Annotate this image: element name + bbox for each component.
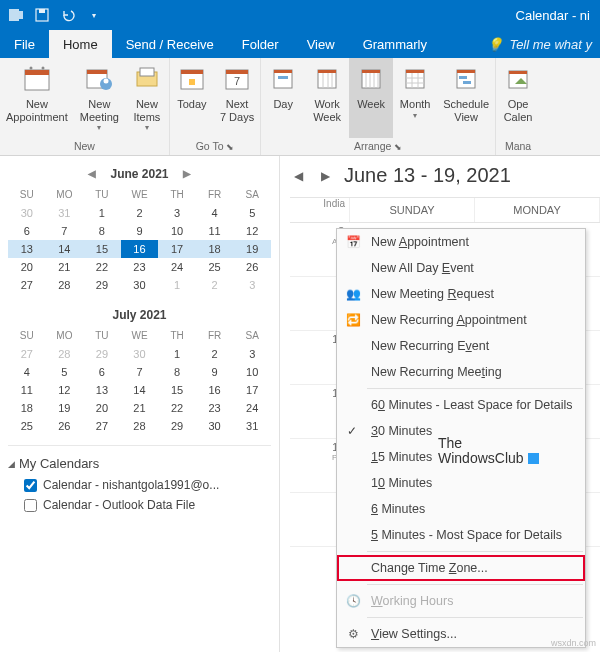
calendar-day[interactable]: 20 — [8, 258, 46, 276]
calendar-day[interactable]: 28 — [46, 276, 84, 294]
calendar-day[interactable]: 10 — [158, 222, 196, 240]
calendar-day[interactable]: 19 — [233, 240, 271, 258]
new-items-button[interactable]: New Items▾ — [125, 58, 169, 138]
calendar-day[interactable]: 16 — [121, 240, 159, 258]
calendar-day[interactable]: 8 — [158, 363, 196, 381]
calendar-day[interactable]: 14 — [46, 240, 84, 258]
work-week-button[interactable]: Work Week — [305, 58, 349, 138]
calendar-day[interactable]: 3 — [233, 276, 271, 294]
calendar-day[interactable]: 17 — [158, 240, 196, 258]
calendar-day[interactable]: 1 — [158, 276, 196, 294]
schedule-view-button[interactable]: Schedule View — [437, 58, 495, 138]
calendar-day[interactable]: 15 — [83, 240, 121, 258]
calendar-day[interactable]: 31 — [46, 204, 84, 222]
calendar-day[interactable]: 28 — [46, 345, 84, 363]
context-menu-item[interactable]: New Recurring Event — [337, 333, 585, 359]
calendar-day[interactable]: 21 — [121, 399, 159, 417]
calendar-day[interactable]: 4 — [196, 204, 234, 222]
day-button[interactable]: Day — [261, 58, 305, 138]
calendar-day[interactable]: 22 — [158, 399, 196, 417]
calendar-day[interactable]: 23 — [121, 258, 159, 276]
menu-folder[interactable]: Folder — [228, 30, 293, 58]
calendar-day[interactable]: 6 — [8, 222, 46, 240]
calendar-day[interactable]: 30 — [196, 417, 234, 435]
calendar-day[interactable]: 6 — [83, 363, 121, 381]
calendar-checkbox[interactable] — [24, 479, 37, 492]
calendar-day[interactable]: 4 — [8, 363, 46, 381]
calendar-day[interactable]: 15 — [158, 381, 196, 399]
calendar-day[interactable]: 24 — [158, 258, 196, 276]
month-button[interactable]: Month▾ — [393, 58, 437, 138]
tell-me[interactable]: 💡 Tell me what y — [487, 30, 600, 58]
context-menu-item[interactable]: 5 Minutes - Most Space for Details — [337, 522, 585, 548]
calendar-checkbox[interactable] — [24, 499, 37, 512]
context-menu-item[interactable]: 👥New Meeting Request — [337, 281, 585, 307]
calendar-day[interactable]: 13 — [8, 240, 46, 258]
calendar-day[interactable]: 3 — [233, 345, 271, 363]
calendar-day[interactable]: 16 — [196, 381, 234, 399]
my-calendars-header[interactable]: ◢ My Calendars — [8, 452, 271, 475]
calendar-day[interactable]: 31 — [233, 417, 271, 435]
calendar-day[interactable]: 3 — [158, 204, 196, 222]
calendar-day[interactable]: 12 — [46, 381, 84, 399]
next-month-arrow[interactable]: ▶ — [177, 166, 197, 181]
calendar-day[interactable]: 11 — [196, 222, 234, 240]
calendar-day[interactable]: 30 — [121, 276, 159, 294]
today-button[interactable]: Today — [170, 58, 214, 138]
calendar-day[interactable]: 2 — [121, 204, 159, 222]
context-menu-item[interactable]: Change Time Zone... — [337, 555, 585, 581]
calendar-day[interactable]: 17 — [233, 381, 271, 399]
calendar-day[interactable]: 10 — [233, 363, 271, 381]
new-appointment-button[interactable]: New Appointment — [0, 58, 74, 138]
calendar-day[interactable]: 1 — [83, 204, 121, 222]
calendar-day[interactable]: 21 — [46, 258, 84, 276]
calendar-day[interactable]: 24 — [233, 399, 271, 417]
calendar-day[interactable]: 14 — [121, 381, 159, 399]
calendar-day[interactable]: 12 — [233, 222, 271, 240]
context-menu-item[interactable]: 60 Minutes - Least Space for Details — [337, 392, 585, 418]
menu-send-receive[interactable]: Send / Receive — [112, 30, 228, 58]
calendar-day[interactable]: 30 — [8, 204, 46, 222]
context-menu-item[interactable]: 📅New Appointment — [337, 229, 585, 255]
calendar-day[interactable]: 5 — [46, 363, 84, 381]
calendar-day[interactable]: 29 — [83, 345, 121, 363]
context-menu-item[interactable]: 10 Minutes — [337, 470, 585, 496]
calendar-day[interactable]: 19 — [46, 399, 84, 417]
context-menu-item[interactable]: New Recurring Meeting — [337, 359, 585, 385]
calendar-day[interactable]: 9 — [196, 363, 234, 381]
open-calendar-button[interactable]: Ope Calen — [496, 58, 540, 138]
calendar-day[interactable]: 22 — [83, 258, 121, 276]
context-menu-item[interactable]: New All Day Event — [337, 255, 585, 281]
calendar-day[interactable]: 11 — [8, 381, 46, 399]
calendar-day[interactable]: 20 — [83, 399, 121, 417]
menu-grammarly[interactable]: Grammarly — [349, 30, 441, 58]
prev-week-arrow[interactable]: ◀ — [290, 167, 307, 185]
calendar-day[interactable]: 28 — [121, 417, 159, 435]
calendar-day[interactable]: 18 — [8, 399, 46, 417]
calendar-list-item[interactable]: Calendar - nishantgola1991@o... — [8, 475, 271, 495]
context-menu-item[interactable]: 6 Minutes — [337, 496, 585, 522]
menu-file[interactable]: File — [0, 30, 49, 58]
calendar-day[interactable]: 29 — [83, 276, 121, 294]
week-button[interactable]: Week — [349, 58, 393, 138]
calendar-day[interactable]: 13 — [83, 381, 121, 399]
calendar-day[interactable]: 29 — [158, 417, 196, 435]
calendar-list-item[interactable]: Calendar - Outlook Data File — [8, 495, 271, 515]
next-7-days-button[interactable]: 7Next 7 Days — [214, 58, 260, 138]
calendar-day[interactable]: 25 — [196, 258, 234, 276]
calendar-day[interactable]: 5 — [233, 204, 271, 222]
calendar-day[interactable]: 27 — [8, 345, 46, 363]
calendar-day[interactable]: 1 — [158, 345, 196, 363]
calendar-day[interactable]: 26 — [46, 417, 84, 435]
menu-view[interactable]: View — [293, 30, 349, 58]
new-meeting-button[interactable]: New Meeting▾ — [74, 58, 125, 138]
context-menu-item[interactable]: ⚙View Settings... — [337, 621, 585, 647]
calendar-day[interactable]: 26 — [233, 258, 271, 276]
calendar-day[interactable]: 25 — [8, 417, 46, 435]
calendar-day[interactable]: 8 — [83, 222, 121, 240]
menu-home[interactable]: Home — [49, 30, 112, 58]
calendar-day[interactable]: 2 — [196, 276, 234, 294]
context-menu-item[interactable]: 🔁New Recurring Appointment — [337, 307, 585, 333]
calendar-day[interactable]: 23 — [196, 399, 234, 417]
prev-month-arrow[interactable]: ◀ — [82, 166, 102, 181]
